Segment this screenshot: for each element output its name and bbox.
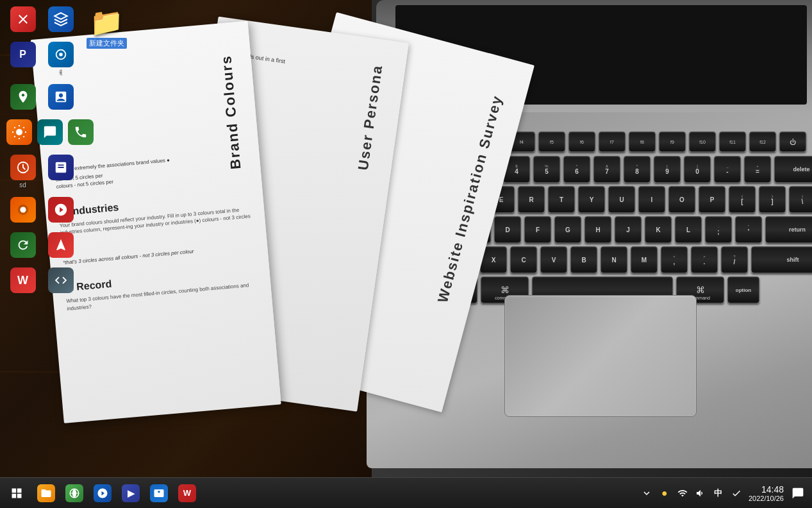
desktop-icon-yellow[interactable] (6, 119, 32, 146)
desktop-icon-red3[interactable] (44, 232, 77, 259)
paper-mid-title: User Persona (355, 64, 386, 171)
key-option-right[interactable]: option (727, 276, 759, 303)
notification-button[interactable] (789, 484, 807, 502)
key-i[interactable]: I (638, 186, 665, 213)
tray-network-icon[interactable] (675, 486, 690, 500)
key-v[interactable]: V (540, 246, 567, 273)
key-bracket-close[interactable]: }] (759, 186, 786, 213)
tray-expand-button[interactable] (640, 486, 654, 500)
desktop-icon-orange[interactable]: sd (6, 155, 39, 189)
key-o[interactable]: O (668, 186, 695, 213)
taskbar-browser[interactable] (62, 480, 87, 506)
desktop-icon-red[interactable] (6, 6, 39, 33)
icon-orange2-img (10, 197, 36, 223)
desktop-icon-blue[interactable] (44, 6, 77, 33)
taskbar-pinned-items: ▶ W (33, 480, 200, 506)
key-n[interactable]: N (601, 246, 627, 273)
key-return[interactable]: return (765, 216, 812, 243)
icon-blue6-img (48, 267, 74, 293)
key-f12[interactable]: f12 (749, 131, 776, 152)
paper-front-content: brand is extremely the associations bran… (54, 150, 260, 328)
key-9[interactable]: (9 (654, 156, 681, 183)
svg-point-1 (59, 53, 63, 56)
icon-green2-img (68, 119, 94, 145)
desktop-icon-red4[interactable]: W (6, 267, 39, 294)
tray-language-icon[interactable]: 中 (711, 486, 725, 500)
key-p[interactable]: P (699, 186, 725, 213)
desktop-icon-blue2[interactable]: P (6, 42, 39, 76)
clock-area[interactable]: 14:48 2022/10/26 (749, 484, 784, 502)
key-equal[interactable]: += (744, 156, 771, 183)
key-power[interactable]: ⏻ (779, 131, 806, 152)
icon-row-6 (6, 197, 77, 224)
desktop-icon-blue3[interactable]: € (44, 42, 77, 76)
key-minus[interactable]: _- (714, 156, 741, 183)
key-j[interactable]: J (615, 216, 642, 243)
key-bracket-open[interactable]: {[ (729, 186, 756, 213)
key-slash[interactable]: ?/ (721, 246, 748, 273)
taskbar-app3-icon (150, 484, 168, 502)
icon-orange-label: sd (19, 182, 26, 189)
key-7[interactable]: &7 (593, 156, 620, 183)
svg-point-5 (20, 207, 26, 212)
icon-red3-img (48, 232, 74, 258)
key-backspace[interactable]: delete (774, 156, 812, 183)
desktop-icon-green3[interactable] (6, 232, 39, 259)
key-period[interactable]: >. (691, 246, 718, 273)
taskbar-explorer[interactable] (33, 480, 59, 506)
key-comma[interactable]: <, (661, 246, 688, 273)
key-semicolon[interactable]: :; (705, 216, 732, 243)
taskbar-app2[interactable]: ▶ (118, 480, 144, 506)
key-f5[interactable]: f5 (538, 131, 565, 152)
key-0[interactable]: )0 (684, 156, 711, 183)
key-5[interactable]: %5 (533, 156, 560, 183)
tray-wechat-icon[interactable]: ● (658, 486, 672, 500)
icon-red-img (10, 6, 36, 32)
key-b[interactable]: B (570, 246, 597, 273)
key-f6[interactable]: f6 (568, 131, 595, 152)
taskbar-wps[interactable]: W (174, 480, 200, 506)
taskbar-app3[interactable] (146, 480, 172, 506)
key-backslash[interactable]: |\ (789, 186, 812, 213)
key-d[interactable]: D (494, 216, 521, 243)
taskbar: ▶ W ● (0, 477, 812, 508)
desktop-icon-blue4[interactable] (44, 84, 77, 111)
desktop-icon-orange2[interactable] (6, 197, 39, 224)
trackpad[interactable] (504, 295, 697, 417)
desktop-icon-blue6[interactable] (44, 267, 77, 294)
key-f8[interactable]: f8 (629, 131, 656, 152)
tray-volume-icon[interactable] (693, 486, 708, 500)
key-8[interactable]: *8 (624, 156, 650, 183)
icon-blue3-label: € (59, 69, 63, 76)
key-u[interactable]: U (608, 186, 635, 213)
key-t[interactable]: T (548, 186, 575, 213)
tray-security-icon[interactable] (729, 486, 743, 500)
key-g[interactable]: G (554, 216, 581, 243)
key-shift-right[interactable]: shift (751, 246, 812, 273)
key-c[interactable]: C (510, 246, 537, 273)
taskbar-app1[interactable] (90, 480, 115, 506)
key-m[interactable]: M (631, 246, 658, 273)
desktop-icon-red2[interactable] (44, 197, 77, 224)
key-f10[interactable]: f10 (689, 131, 716, 152)
key-k[interactable]: K (645, 216, 672, 243)
icon-row-4 (6, 119, 77, 146)
key-r[interactable]: R (518, 186, 545, 213)
key-quote[interactable]: "' (735, 216, 762, 243)
desktop-icon-green[interactable] (6, 84, 39, 111)
key-6[interactable]: ^6 (563, 156, 590, 183)
desktop-icon-green2[interactable] (68, 119, 94, 146)
key-y[interactable]: Y (578, 186, 605, 213)
key-f11[interactable]: f11 (719, 131, 746, 152)
key-f7[interactable]: f7 (599, 131, 626, 152)
key-l[interactable]: L (675, 216, 702, 243)
taskbar-app1-icon (94, 484, 112, 502)
desktop-icon-teal[interactable] (37, 119, 63, 146)
icon-blue5-img (48, 155, 74, 180)
key-f9[interactable]: f9 (659, 131, 686, 152)
desktop-icon-blue5[interactable] (44, 155, 77, 189)
key-f[interactable]: F (524, 216, 551, 243)
start-button[interactable] (5, 482, 28, 505)
key-h[interactable]: H (584, 216, 611, 243)
new-folder-icon[interactable]: 📁 新建文件夹 (83, 6, 129, 49)
